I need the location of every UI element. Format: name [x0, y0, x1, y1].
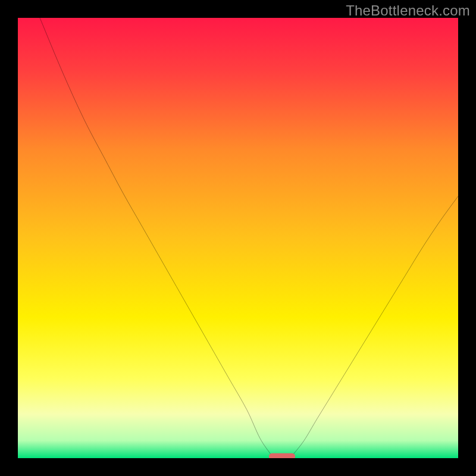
bottleneck-marker	[269, 453, 295, 458]
plot-background	[18, 18, 458, 458]
chart-frame: TheBottleneck.com	[0, 0, 476, 476]
watermark-text: TheBottleneck.com	[346, 2, 470, 19]
bottleneck-chart	[18, 18, 458, 458]
